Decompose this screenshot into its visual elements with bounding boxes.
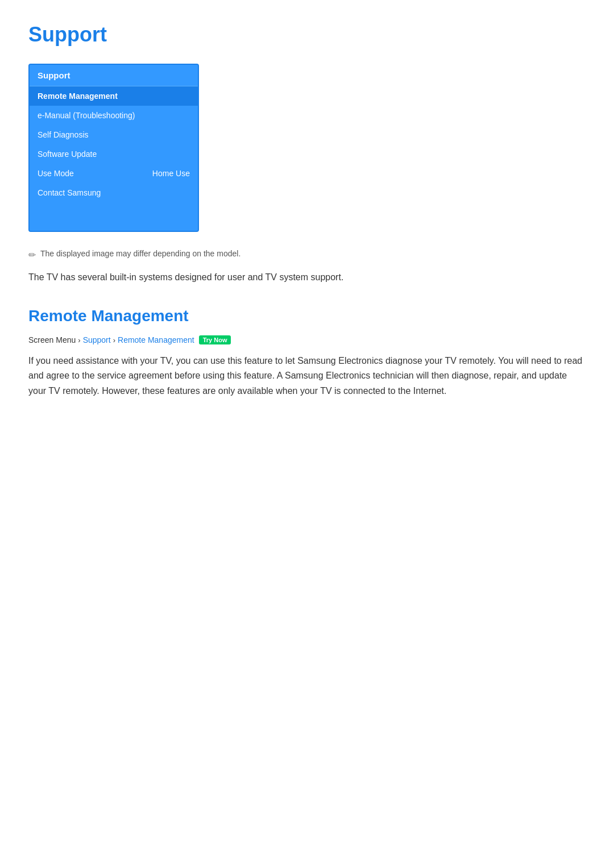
breadcrumb-prefix: Screen Menu	[28, 335, 76, 344]
menu-item-remote-management[interactable]: Remote Management	[30, 86, 198, 106]
support-menu: Support Remote Management e-Manual (Trou…	[28, 64, 199, 232]
menu-item-contact-samsung[interactable]: Contact Samsung	[30, 183, 198, 202]
menu-empty-space	[30, 202, 198, 231]
intro-text: The TV has several built-in systems desi…	[28, 271, 586, 284]
breadcrumb-separator-1: ›	[78, 336, 80, 344]
note-row: ✏ The displayed image may differ dependi…	[28, 249, 586, 260]
breadcrumb-link-support[interactable]: Support	[83, 335, 111, 344]
note-text: The displayed image may differ depending…	[40, 249, 240, 258]
breadcrumb: Screen Menu › Support › Remote Managemen…	[28, 335, 586, 344]
breadcrumb-link-remote-management[interactable]: Remote Management	[118, 335, 194, 344]
breadcrumb-separator-2: ›	[113, 336, 115, 344]
menu-item-emanual[interactable]: e-Manual (Troubleshooting)	[30, 106, 198, 125]
menu-item-use-mode[interactable]: Use Mode Home Use	[30, 164, 198, 183]
menu-item-software-update[interactable]: Software Update	[30, 144, 198, 164]
try-now-badge[interactable]: Try Now	[199, 335, 231, 344]
section-body: If you need assistance with your TV, you…	[28, 354, 586, 398]
page-title: Support	[28, 23, 586, 47]
section-title: Remote Management	[28, 307, 586, 325]
menu-item-self-diagnosis[interactable]: Self Diagnosis	[30, 125, 198, 144]
note-icon: ✏	[28, 250, 36, 260]
menu-header: Support	[30, 65, 198, 86]
